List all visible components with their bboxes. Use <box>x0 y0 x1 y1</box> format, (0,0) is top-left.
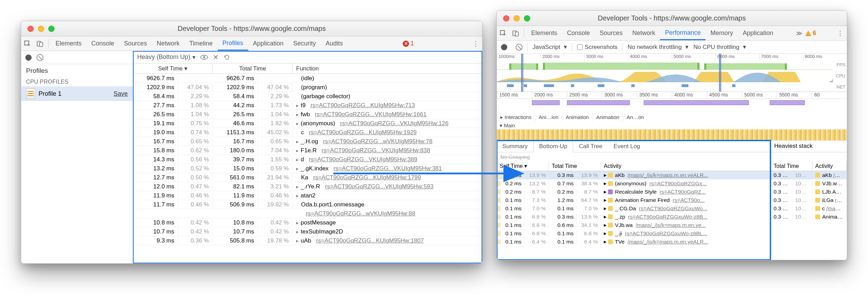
col-self[interactable]: Self Time ▾ <box>133 63 213 74</box>
source-link[interactable]: /maps/_/js/k=maps.m.en.yeALR... <box>628 239 708 245</box>
reset-icon[interactable] <box>224 54 230 60</box>
profile-row[interactable]: 11.9 ms0.46 %11.9 ms0.46 %atan2 <box>133 191 482 200</box>
heaviest-row[interactable]: 0.3 ms100.0 %iLGa rs=... <box>771 196 847 204</box>
profile-row[interactable]: 16.7 ms0.65 %16.7 ms0.65 %_.H.og rs=ACT9… <box>133 137 482 146</box>
col-total[interactable]: Total Time <box>213 63 293 74</box>
col-total[interactable]: Total Time <box>549 161 601 171</box>
source-link[interactable]: /ma... <box>833 172 847 178</box>
profile-item[interactable]: Profile 1 Save <box>21 86 133 101</box>
inspect-icon[interactable] <box>497 30 509 37</box>
zoom-icon[interactable] <box>524 15 530 22</box>
heaviest-row[interactable]: 0.3 ms100.0 %LJb.Aa /... <box>771 188 847 196</box>
save-link[interactable]: Save <box>114 90 128 97</box>
track-label[interactable]: ▸ Interactions <box>497 113 535 122</box>
source-link[interactable]: /... <box>841 189 846 195</box>
overflow-icon[interactable]: ≫ <box>796 29 802 37</box>
col-function[interactable]: Function <box>293 63 482 74</box>
profile-row[interactable]: 9.3 ms0.36 %505.8 ms19.78 %uAb rs=ACT90o… <box>133 236 482 245</box>
details-tab-call-tree[interactable]: Call Tree <box>573 141 608 152</box>
source-link[interactable]: rs=ACT90o... <box>673 197 705 203</box>
tab-security[interactable]: Security <box>289 36 321 51</box>
range-handle-left[interactable] <box>521 54 523 92</box>
profile-row[interactable]: 14.3 ms0.56 %39.7 ms1.55 %d rs=ACT90oGqR… <box>133 155 482 164</box>
bottom-up-row[interactable]: 0.1 ms6.4 %0.1 ms6.4 %▸ TVe /maps/_/js/k… <box>497 238 770 246</box>
tab-sources[interactable]: Sources <box>119 36 152 51</box>
source-link[interactable]: rs=ACT90oGqRZGG...VKUIgM95Hw:593 <box>325 183 433 190</box>
track-label[interactable]: Ani…ion <box>535 113 562 122</box>
profile-row[interactable]: 13.2 ms0.52 %15.0 ms0.59 %_.gK.index rs=… <box>133 164 482 173</box>
source-link[interactable]: rs=ACT90oGqRZGGx... <box>649 180 707 186</box>
source-link[interactable]: /maps... <box>826 205 845 211</box>
source-link[interactable]: rs=ACT90oGqRZGGxuWo-z8B... <box>628 214 707 220</box>
focus-icon[interactable] <box>200 54 208 60</box>
source-link[interactable]: rs=ACT90oGqRZGG...wVKUIgM95Hw:88 <box>306 210 415 217</box>
profile-row[interactable]: 11.7 ms0.46 %506.9 ms19.82 %Oda.b.port1.… <box>133 200 482 209</box>
bottom-up-row[interactable]: 0.3 ms13.9 %0.3 ms13.9 %▸ aKb /maps/_/js… <box>497 171 770 179</box>
source-link[interactable]: rs=ACT90oGqRZGG...KUIgM95Hw:1807 <box>316 237 424 244</box>
profile-row[interactable]: 58.4 ms2.29 %58.4 ms2.29 %(garbage colle… <box>133 92 482 101</box>
source-link[interactable]: rs=ACT90oGqRZGG...VKUIgM95Hw:389 <box>309 156 417 163</box>
source-link[interactable]: rs=ACT90oGqRZGGxuWo-z8BL... <box>625 230 707 236</box>
source-link[interactable]: rs=ACT90oGqRZ... <box>660 189 706 195</box>
heaviest-row[interactable]: 0.3 ms100.0 %c /maps... <box>771 204 847 213</box>
heaviest-row[interactable]: 0.3 ms100.0 %VJb.wa /... <box>771 179 847 188</box>
profile-row[interactable]: 27.7 ms1.08 %44.2 ms1.73 %t9 rs=ACT90oGq… <box>133 101 482 110</box>
record-icon[interactable] <box>501 44 507 50</box>
tab-elements[interactable]: Elements <box>526 26 562 40</box>
col-total[interactable]: Total Time <box>771 161 812 171</box>
source-dropdown[interactable]: JavaScript ▾ <box>533 43 567 51</box>
tab-memory[interactable]: Memory <box>706 26 738 40</box>
clear-icon[interactable] <box>516 44 523 51</box>
tab-sources[interactable]: Sources <box>595 26 627 40</box>
view-dropdown[interactable]: Heavy (Bottom Up) <box>137 53 195 61</box>
source-link[interactable]: rs=ACT90oGqRZGG...VKUIgM95Hw:1661 <box>315 111 427 118</box>
performance-overview[interactable]: 1000ms2000 ms3000 ms4000 ms5000 ms6000 m… <box>497 54 847 92</box>
tab-elements[interactable]: Elements <box>51 36 86 51</box>
device-icon[interactable] <box>509 30 522 37</box>
heaviest-row[interactable]: 0.3 ms100.0 %Animation <box>771 213 847 221</box>
timeline-panel[interactable]: 1500 ms2000 ms2500 ms3000 ms3500 ms4000 … <box>497 92 847 141</box>
grouping-dropdown[interactable]: No Grouping <box>497 152 770 161</box>
source-link[interactable]: /maps/_/js/k=maps.m.en.yeALR... <box>628 172 708 178</box>
profile-row[interactable]: 19.1 ms0.75 %46.6 ms1.82 %(anonymous) rs… <box>133 119 482 128</box>
profile-row[interactable]: 9626.7 ms9626.7 ms(idle) <box>133 74 482 83</box>
more-icon[interactable]: ⋮ <box>469 40 482 48</box>
zoom-icon[interactable] <box>48 26 55 32</box>
clear-icon[interactable] <box>36 54 43 61</box>
profile-row[interactable]: 15.8 ms0.62 %180.0 ms7.04 %F1e.R rs=ACT9… <box>133 146 482 155</box>
profile-row[interactable]: 19.0 ms0.74 %1151.3 ms45.02 %c rs=ACT90o… <box>133 128 482 137</box>
close-icon[interactable] <box>27 26 34 32</box>
bottom-up-row[interactable]: 0.2 ms8.7 %0.2 ms8.7 %▸ Recalculate Styl… <box>497 188 770 196</box>
tab-console[interactable]: Console <box>86 36 119 51</box>
track-label[interactable]: Animation <box>593 113 623 122</box>
col-activity[interactable]: Activity <box>601 161 770 171</box>
tab-network[interactable]: Network <box>152 36 184 51</box>
col-activity[interactable]: Activity <box>812 161 847 171</box>
exclude-icon[interactable]: ✕ <box>213 53 219 61</box>
warning-badge[interactable]: 6 <box>805 29 816 37</box>
source-link[interactable]: rs=ACT90oGqRZGGxuWo... <box>639 205 707 211</box>
profile-row[interactable]: 1202.9 ms47.04 %1202.9 ms47.04 %(program… <box>133 83 482 92</box>
track-label[interactable]: An…on <box>623 113 648 122</box>
source-link[interactable]: rs=ACT90oGqRZGG...VKUIgM95Hw:126 <box>340 120 448 127</box>
bottom-up-row[interactable]: 0.2 ms13.2 %0.7 ms38.4 %▸ (anonymous) rs… <box>497 179 770 188</box>
source-link[interactable]: rs=ACT90oGqRZGG...VKUIgM95Hw:381 <box>334 165 442 172</box>
profile-row[interactable]: 12.7 ms0.50 %561.0 ms21.94 %Ka rs=ACT90o… <box>133 173 482 182</box>
bottom-up-row[interactable]: 0.1 ms6.8 %0.6 ms34.1 %▸ VJb.wa /maps/_/… <box>497 221 770 229</box>
tab-profiles[interactable]: Profiles <box>218 36 248 51</box>
inspect-icon[interactable] <box>21 40 34 47</box>
profile-row[interactable]: rs=ACT90oGqRZGG...wVKUIgM95Hw:88 <box>133 209 482 218</box>
error-badge[interactable]: ✕1 <box>399 40 418 47</box>
record-icon[interactable] <box>25 54 32 61</box>
minimize-icon[interactable] <box>514 15 520 22</box>
bottom-up-row[interactable]: 0.1 ms7.0 %0.1 ms7.0 %▸ _.CG.Da rs=ACT90… <box>497 204 770 213</box>
tab-application[interactable]: Application <box>248 36 289 51</box>
source-link[interactable]: rs=ACT90oGqRZGG...wVKUIgM95Hw:78 <box>323 138 432 145</box>
tab-audits[interactable]: Audits <box>321 36 348 51</box>
source-link[interactable]: rs=ACT90oGqRZGG...VKUIgM95Hw:838 <box>322 147 430 154</box>
profile-row[interactable]: 10.8 ms0.42 %10.8 ms0.42 %postMessage <box>133 218 482 227</box>
tab-timeline[interactable]: Timeline <box>184 36 217 51</box>
network-throttle-dropdown[interactable]: No network throttling ▾ <box>628 43 689 51</box>
tab-console[interactable]: Console <box>562 26 595 40</box>
source-link[interactable]: rs=ACT90oGqRZGG...KUIgM95Hw:1929 <box>309 129 417 136</box>
